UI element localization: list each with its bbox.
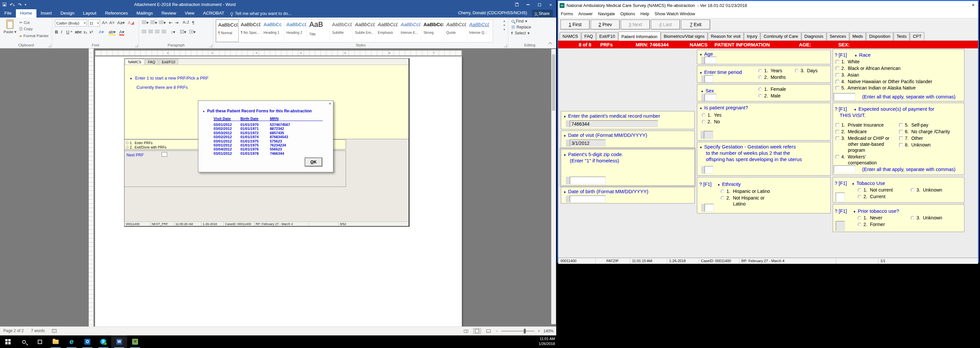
undo-icon[interactable]: ↶▾ (10, 2, 14, 7)
format-painter-button[interactable]: ▰Format Painter (19, 34, 49, 38)
web-layout-icon[interactable] (484, 328, 492, 334)
scrollbar-thumb[interactable] (552, 54, 555, 111)
italic-button[interactable]: I (61, 29, 62, 35)
zoom-percentage[interactable]: 140% (543, 329, 554, 334)
document-scrollbar[interactable] (551, 49, 556, 324)
zip-input[interactable] (570, 177, 606, 184)
radio-pregnant-yes[interactable] (702, 113, 706, 117)
tab-patient-information[interactable]: Patient Information (619, 32, 660, 41)
checkbox-other[interactable] (899, 137, 903, 140)
word-count[interactable]: 7 words (31, 329, 45, 333)
checkbox-workers-comp[interactable] (836, 155, 839, 159)
race-input[interactable] (834, 93, 856, 101)
numbering-button[interactable]: ▾ (150, 20, 157, 25)
gestation-input[interactable] (705, 166, 713, 174)
ethnicity-input[interactable] (705, 204, 714, 212)
word-tab-home[interactable]: Home (16, 9, 37, 18)
tab-meds[interactable]: Meds (850, 32, 866, 40)
save-icon[interactable] (3, 2, 6, 7)
align-center-button[interactable] (148, 29, 153, 35)
word-tab-file[interactable]: File (0, 9, 16, 18)
proofing-icon[interactable] (52, 329, 57, 333)
checkbox-black[interactable] (836, 67, 839, 70)
radio-prior-unknown[interactable] (911, 216, 915, 220)
radio-days[interactable] (795, 69, 799, 73)
superscript-button[interactable]: x² (89, 29, 93, 35)
dialog-close-icon[interactable]: × (329, 101, 331, 106)
radio-not-hispanic[interactable] (721, 196, 724, 200)
style-title[interactable]: AaBTitle (307, 19, 330, 42)
style-heading2[interactable]: AaBbCcDHeading 2 (285, 19, 307, 42)
tab-tests[interactable]: Tests (894, 32, 910, 40)
tab-services[interactable]: Services (827, 32, 849, 40)
grow-font-button[interactable]: A˄ (102, 20, 107, 25)
decrease-indent-button[interactable]: ⇤ (169, 20, 172, 25)
style-no-spacing[interactable]: AaBbCcDc¶ No Spac... (239, 19, 262, 42)
find-button[interactable]: Find ▾ (512, 19, 551, 24)
skype-button[interactable]: S (95, 335, 111, 348)
tab-cpt[interactable]: CPT (910, 32, 924, 40)
strikethrough-button[interactable]: abc (75, 29, 82, 35)
visit-date-input[interactable]: 3/1/2012 (570, 139, 606, 147)
f1-help-label[interactable]: ? [F1] (835, 106, 847, 112)
styles-gallery-scroll[interactable]: ▲▼▼ (502, 19, 507, 31)
paragraph-dialog-launcher-icon[interactable] (210, 45, 212, 47)
sex-input[interactable] (705, 94, 716, 101)
underline-button[interactable]: U (66, 29, 69, 35)
menu-navigate[interactable]: Navigate (595, 10, 617, 18)
checkbox-private-insurance[interactable] (836, 123, 839, 127)
highlight-color-button[interactable]: ab▾ (108, 29, 116, 35)
word-tab-acrobat[interactable]: ACROBAT (199, 9, 228, 18)
mrn-input[interactable]: 7466344 (570, 120, 658, 127)
tell-me-box[interactable]: Tell me what you want to do... (228, 9, 293, 18)
menu-options[interactable]: Options (618, 10, 638, 18)
style-heading1[interactable]: AaBbCcHeading 1 (262, 19, 285, 42)
radio-tobacco-not-current[interactable] (858, 188, 861, 192)
radio-female[interactable] (759, 88, 762, 91)
radio-male[interactable] (759, 94, 762, 98)
style-quote[interactable]: AaBbCcDcQuote (444, 19, 467, 42)
qat-customize-icon[interactable]: ▾ (25, 3, 27, 6)
style-intense-quote[interactable]: AaBbCcDcIntense Q... (467, 19, 490, 42)
ok-button[interactable]: OK (305, 158, 322, 166)
change-case-button[interactable]: Aa▾ (117, 20, 124, 25)
checkbox-american-indian[interactable] (836, 86, 839, 90)
namcs-taskbar-button[interactable] (127, 335, 143, 348)
close-icon[interactable]: × (545, 0, 556, 9)
clear-formatting-button[interactable]: A◢ (128, 20, 134, 25)
select-button[interactable]: Select ▾ (512, 31, 551, 35)
bold-button[interactable]: B (55, 29, 58, 35)
tab-reason-for-visit[interactable]: Reason for visit (708, 32, 744, 40)
word-tab-view[interactable]: View (180, 9, 199, 18)
f1-help-label[interactable]: ? [F1] (835, 53, 847, 57)
copy-button[interactable]: Copy (19, 27, 33, 31)
clipboard-dialog-launcher-icon[interactable] (48, 45, 51, 47)
f1-help-label[interactable]: ? [F1] (835, 209, 847, 214)
menu-show-watch-window[interactable]: Show Watch Window (652, 10, 698, 18)
word-tab-mailings[interactable]: Mailings (132, 9, 157, 18)
radio-tobacco-unknown[interactable] (911, 188, 915, 192)
first-button[interactable]: 1 First (560, 19, 590, 29)
radio-pregnant-no[interactable] (702, 120, 706, 124)
checkbox-pacific-islander[interactable] (836, 80, 839, 83)
document-page[interactable]: NAMCS FAQ Exit/F10 ♦Enter 1 to start a n… (95, 56, 462, 326)
tobacco-input[interactable] (836, 193, 845, 202)
cut-button[interactable]: ✂Cut (19, 20, 30, 25)
tab-faq[interactable]: FAQ (581, 32, 596, 40)
underline-menu-icon[interactable]: ▾ (71, 30, 72, 33)
checkbox-medicare[interactable] (836, 130, 839, 134)
sort-button[interactable]: A↓Z (183, 20, 189, 24)
show-formatting-button[interactable]: ¶ (192, 20, 194, 25)
radio-hispanic[interactable] (721, 190, 724, 193)
taskbar-search-button[interactable] (16, 335, 32, 348)
increase-indent-button[interactable]: ⇥ (175, 20, 178, 25)
f1-help-label[interactable]: ? [F1] (835, 180, 847, 186)
page-indicator[interactable]: Page 2 of 2 (3, 329, 24, 333)
word-tab-insert[interactable]: Insert (37, 9, 56, 18)
file-explorer-button[interactable] (48, 335, 64, 348)
system-clock[interactable]: 11:01 AM 1/26/2018 (532, 337, 555, 346)
tab-biometr​ics[interactable]: Biometrics/Vital signs (661, 32, 708, 40)
print-layout-icon[interactable] (473, 328, 481, 334)
radio-tobacco-current[interactable] (858, 195, 861, 198)
borders-button[interactable]: ▾ (189, 29, 196, 35)
